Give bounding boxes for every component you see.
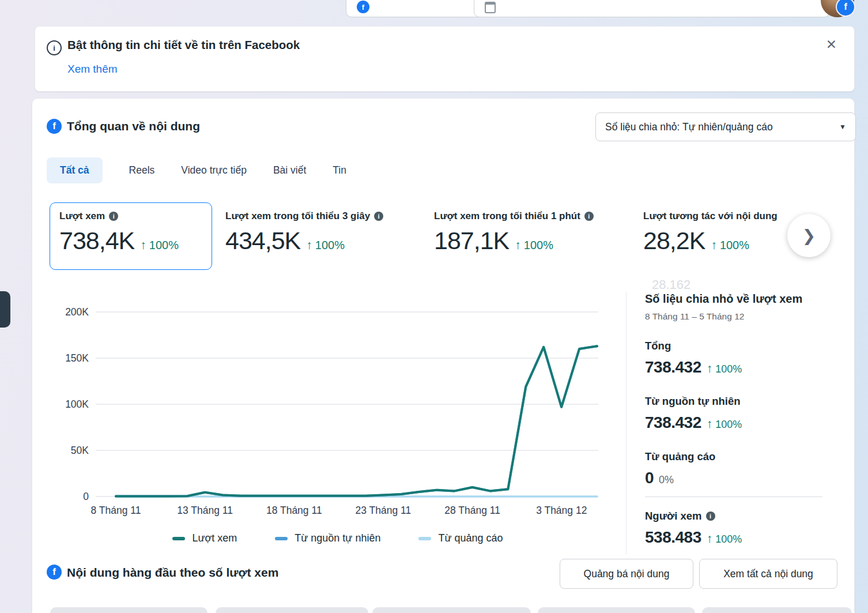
close-icon[interactable]: ✕ (826, 38, 837, 51)
x-axis-label: 28 Tháng 11 (444, 505, 500, 516)
up-arrow-icon: ↑ (707, 362, 713, 375)
metric-card-1m-views[interactable]: Lượt xem trong tối thiểu 1 phúti 187,1K … (434, 202, 633, 286)
breakdown-label-viewers: Người xemi (645, 510, 715, 522)
up-arrow-icon: ↑ (707, 417, 713, 431)
metric-delta: 100% (720, 239, 749, 252)
legend-label: Từ nguồn tự nhiên (295, 532, 380, 544)
x-axis-label: 18 Tháng 11 (266, 505, 322, 516)
metric-label: Lượt tương tác với nội dung (643, 210, 778, 222)
tab-tat-ca[interactable]: Tất cả (47, 157, 103, 183)
vertical-divider (626, 292, 627, 554)
legend-dash-icon (275, 537, 288, 540)
y-axis-label: 100K (65, 398, 89, 410)
chevron-down-icon: ▼ (839, 123, 846, 131)
content-type-tabs: Tất cả Reels Video trực tiếp Bài viết Ti… (47, 156, 346, 184)
banner-title: Bật thông tin chi tiết về tin trên Faceb… (67, 38, 300, 52)
tab-reels[interactable]: Reels (129, 157, 155, 183)
carousel-next-button[interactable]: ❯ (787, 214, 831, 257)
up-arrow-icon: ↑ (711, 238, 717, 252)
legend-item-organic: Từ nguồn tự nhiên (275, 532, 380, 544)
x-axis-label: 13 Tháng 11 (177, 505, 233, 516)
page-selector[interactable]: f (346, 0, 490, 17)
tab-video-truc-tiep[interactable]: Video trực tiếp (181, 157, 247, 183)
facebook-icon: f (47, 565, 62, 580)
info-icon[interactable]: i (584, 212, 594, 221)
metric-label: Lượt xem (59, 210, 105, 222)
dropdown-label: Số liệu chia nhỏ: Tự nhiên/quảng cáo (605, 121, 773, 133)
info-icon: i (47, 40, 62, 55)
metric-value: 738,4K (59, 227, 134, 255)
metric-card-3s-views[interactable]: Lượt xem trong tối thiểu 3 giâyi 434,5K … (225, 202, 424, 286)
chart-legend: Lượt xem Từ nguồn tự nhiên Từ quảng cáo (50, 532, 626, 544)
date-range-selector[interactable] (474, 0, 830, 17)
breakdown-value-viewers: 538.483 ↑100% (645, 528, 742, 547)
content-card-placeholder[interactable] (216, 607, 368, 613)
promote-content-button[interactable]: Quảng bá nội dung (560, 559, 693, 589)
content-overview-card: f Tổng quan về nội dung Số liệu chia nhỏ… (32, 98, 855, 613)
metric-delta: 100% (149, 239, 179, 252)
content-card-placeholder[interactable] (538, 607, 695, 613)
y-axis-label: 50K (71, 445, 89, 456)
views-line-chart: 200K 150K 100K 50K 0 8 Tháng 11 13 Tháng… (50, 289, 626, 522)
breakdown-label-total: Tổng (645, 340, 671, 352)
legend-item-views: Lượt xem (172, 532, 237, 544)
legend-label: Lượt xem (192, 532, 237, 544)
metric-breakdown-dropdown[interactable]: Số liệu chia nhỏ: Tự nhiên/quảng cáo ▼ (595, 112, 856, 141)
metric-value: 187,1K (434, 227, 509, 255)
x-axis-label: 23 Tháng 11 (356, 505, 412, 516)
up-arrow-icon: ↑ (140, 238, 146, 252)
breakdown-label-organic: Từ nguồn tự nhiên (645, 395, 741, 408)
horizontal-divider (645, 497, 822, 497)
top-content-title: Nội dung hàng đầu theo số lượt xem (67, 566, 278, 580)
breakdown-panel-title: Số liệu chia nhỏ về lượt xem (645, 292, 802, 306)
info-icon[interactable]: i (109, 212, 118, 221)
x-axis-label: 3 Tháng 12 (536, 505, 587, 516)
organic-series-line (116, 346, 597, 496)
y-axis-label: 0 (83, 491, 89, 502)
facebook-badge-icon: f (836, 0, 855, 17)
metric-value: 434,5K (225, 227, 300, 255)
breakdown-value-total: 738.432 ↑100% (645, 358, 742, 377)
info-icon[interactable]: i (706, 512, 715, 521)
up-arrow-icon: ↑ (707, 532, 713, 546)
tab-bai-viet[interactable]: Bài viết (273, 157, 306, 183)
content-card-placeholder[interactable] (372, 607, 531, 613)
breakdown-value-ads: 0 0% (645, 469, 674, 487)
up-arrow-icon: ↑ (306, 238, 312, 252)
metric-card-views[interactable]: Lượt xemi 738,4K ↑100% (50, 202, 212, 270)
legend-label: Từ quảng cáo (438, 532, 503, 544)
page-title: Tổng quan về nội dung (67, 119, 200, 133)
chart-canvas: 200K 150K 100K 50K 0 8 Tháng 11 13 Tháng… (50, 289, 626, 522)
legend-item-ads: Từ quảng cáo (418, 532, 503, 544)
metric-label: Lượt xem trong tối thiểu 3 giây (225, 210, 370, 222)
chevron-right-icon: ❯ (802, 226, 816, 245)
view-all-content-button[interactable]: Xem tất cả nội dung (699, 559, 837, 589)
breakdown-value-organic: 738.432 ↑100% (645, 413, 742, 432)
views-series-line (116, 346, 597, 496)
x-axis-label: 8 Tháng 11 (91, 505, 141, 516)
metric-label: Lượt xem trong tối thiểu 1 phút (434, 210, 580, 222)
see-more-link[interactable]: Xem thêm (67, 63, 118, 76)
facebook-stories-banner: i Bật thông tin chi tiết về tin trên Fac… (35, 26, 855, 92)
breakdown-label-ads: Từ quảng cáo (645, 450, 715, 463)
ghost-tooltip-value: 28.162 (652, 277, 690, 292)
info-icon[interactable]: i (374, 212, 383, 221)
y-axis-label: 150K (65, 352, 89, 364)
metric-delta: 100% (524, 239, 553, 252)
facebook-icon: f (357, 1, 369, 13)
tab-tin[interactable]: Tin (333, 157, 346, 183)
metric-value: 28,2K (643, 227, 705, 255)
legend-dash-icon (418, 537, 431, 540)
content-card-placeholder[interactable] (702, 607, 852, 613)
calendar-icon (485, 2, 496, 13)
up-arrow-icon: ↑ (515, 238, 521, 252)
facebook-icon: f (47, 119, 62, 134)
y-axis-label: 200K (65, 306, 89, 318)
side-drawer-handle[interactable] (0, 291, 10, 328)
legend-dash-icon (172, 537, 185, 540)
content-card-placeholder[interactable] (50, 607, 207, 613)
metric-delta: 100% (315, 239, 345, 252)
breakdown-date-range: 8 Tháng 11 – 5 Tháng 12 (645, 311, 744, 322)
